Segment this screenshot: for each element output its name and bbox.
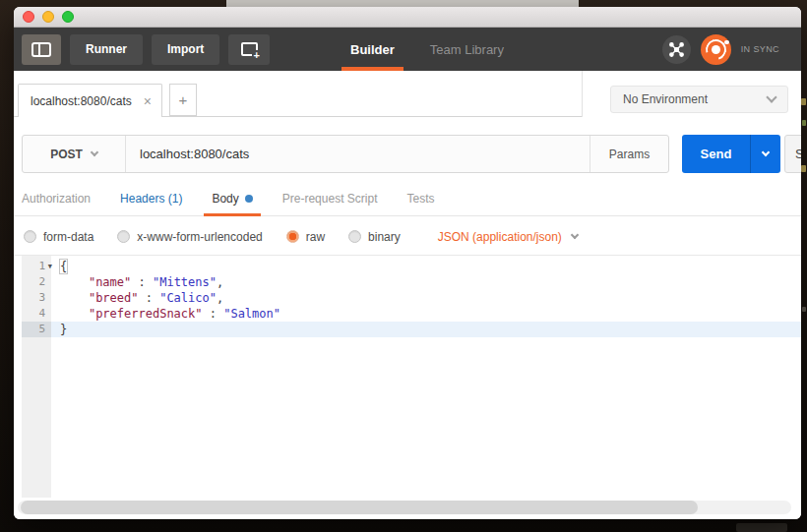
request-tab-strip: localhost:8080/cats × + No Environment <box>14 71 801 130</box>
sync-status-label: IN SYNC <box>741 44 779 54</box>
minimize-window-button[interactable] <box>42 11 54 23</box>
interceptor-button[interactable] <box>662 35 691 64</box>
code-token <box>60 291 89 305</box>
request-subtab-label: Authorization <box>22 192 91 206</box>
background-dock-hint <box>736 523 787 532</box>
request-tab[interactable]: localhost:8080/cats × <box>18 84 162 117</box>
method-label: POST <box>50 148 83 161</box>
code-token <box>60 275 89 289</box>
editor-line-4: 4 "preferredSnack" : "Salmon" <box>22 306 801 322</box>
request-subtabs: AuthorizationHeaders (1)BodyPre-request … <box>22 182 801 215</box>
postman-window: Runner Import BuilderTeam Library <box>14 7 801 519</box>
runner-button[interactable]: Runner <box>70 34 143 65</box>
line-number: 2 <box>22 274 51 290</box>
request-subtab-label: Pre-request Script <box>282 192 378 206</box>
request-bar: POST Params Send S <box>14 130 801 182</box>
sync-status-button[interactable] <box>701 34 731 65</box>
content-type-dropdown[interactable]: JSON (application/json) <box>438 230 578 244</box>
code-token: : <box>138 291 159 305</box>
request-subtab-pre-request-script[interactable]: Pre-request Script <box>282 182 378 215</box>
request-tab-title: localhost:8080/cats <box>19 94 132 108</box>
chevron-down-icon <box>91 148 98 156</box>
new-tab-button[interactable]: + <box>169 84 197 116</box>
code-text[interactable]: } <box>51 322 801 337</box>
sidebar-toggle-button[interactable] <box>22 34 61 65</box>
body-mode-label: binary <box>368 230 401 244</box>
header-nav-tabs: BuilderTeam Library <box>350 28 504 71</box>
code-token: { <box>60 260 67 273</box>
code-text[interactable]: "breed" : "Calico", <box>51 290 801 306</box>
body-mode-form-data[interactable]: form-data <box>24 230 93 244</box>
radio-form-data[interactable] <box>24 230 36 243</box>
raw-body-editor[interactable]: 1▼{2 "name" : "Mittens",3 "breed" : "Cal… <box>14 256 801 498</box>
body-mode-label: x-www-form-urlencoded <box>137 230 262 244</box>
line-number: 1▼ <box>22 259 51 274</box>
environment-divider <box>582 71 583 117</box>
request-subtab-body[interactable]: Body <box>212 182 252 215</box>
body-mode-row: form-datax-www-form-urlencodedrawbinaryJ… <box>14 218 801 256</box>
code-token: , <box>217 291 223 305</box>
code-token: } <box>60 323 67 336</box>
params-button[interactable]: Params <box>590 136 668 172</box>
line-number: 3 <box>22 290 51 306</box>
url-group: POST Params <box>22 135 669 173</box>
request-subtab-label: Body <box>212 192 238 206</box>
code-text[interactable]: "name" : "Mittens", <box>51 274 801 290</box>
horizontal-scrollbar-track[interactable] <box>18 501 791 514</box>
content-type-label: JSON (application/json) <box>438 230 562 244</box>
request-subtabs-row: AuthorizationHeaders (1)BodyPre-request … <box>14 182 801 218</box>
code-token: , <box>217 275 223 289</box>
background-window-edge <box>226 0 579 7</box>
code-token <box>60 307 89 321</box>
body-mode-raw[interactable]: raw <box>286 230 325 244</box>
close-tab-icon[interactable]: × <box>144 94 161 108</box>
import-button[interactable]: Import <box>152 34 219 65</box>
chevron-down-icon <box>762 148 770 156</box>
send-label: Send <box>682 135 751 173</box>
editor-lines: 1▼{2 "name" : "Mittens",3 "breed" : "Cal… <box>22 259 801 337</box>
chevron-down-icon <box>766 91 776 102</box>
send-button[interactable]: Send <box>682 135 780 173</box>
request-subtab-headers-1[interactable]: Headers (1) <box>120 182 182 215</box>
background-code-glyph <box>801 165 806 172</box>
close-window-button[interactable] <box>23 11 34 23</box>
save-button[interactable]: S <box>784 135 801 173</box>
chevron-down-icon <box>571 231 579 239</box>
nav-tab-team-library[interactable]: Team Library <box>430 28 504 71</box>
editor-line-5: 5} <box>22 322 801 337</box>
body-mode-label: raw <box>306 230 325 244</box>
horizontal-scrollbar-thumb[interactable] <box>21 501 698 514</box>
radio-x-www-form-urlencoded[interactable] <box>117 230 130 243</box>
header-right-cluster: IN SYNC <box>662 28 779 71</box>
body-mode-label: form-data <box>43 230 93 244</box>
code-text[interactable]: "preferredSnack" : "Salmon" <box>51 306 801 322</box>
send-options-caret[interactable] <box>751 135 780 173</box>
code-text[interactable]: { <box>51 259 801 274</box>
nav-tab-builder[interactable]: Builder <box>350 28 395 71</box>
code-token: "Mittens" <box>153 275 217 289</box>
radio-binary[interactable] <box>348 230 361 243</box>
environment-selector[interactable]: No Environment <box>610 86 788 113</box>
code-token: "breed" <box>89 291 139 305</box>
line-number: 4 <box>22 306 51 322</box>
request-subtab-authorization[interactable]: Authorization <box>22 182 91 215</box>
editor-line-3: 3 "breed" : "Calico", <box>22 290 801 306</box>
body-mode-binary[interactable]: binary <box>348 230 401 244</box>
request-subtab-tests[interactable]: Tests <box>406 182 434 215</box>
method-dropdown[interactable]: POST <box>23 136 126 172</box>
code-token: : <box>131 275 153 289</box>
code-token: "name" <box>89 275 131 289</box>
code-token: "preferredSnack" <box>89 307 203 321</box>
interceptor-icon <box>668 41 685 58</box>
title-bar <box>14 7 801 28</box>
editor-line-2: 2 "name" : "Mittens", <box>22 274 801 290</box>
radio-raw[interactable] <box>286 230 299 243</box>
zoom-window-button[interactable] <box>62 11 74 23</box>
url-input[interactable] <box>126 136 590 172</box>
fold-caret-icon[interactable]: ▼ <box>48 259 52 274</box>
body-mode-x-www-form-urlencoded[interactable]: x-www-form-urlencoded <box>117 230 262 244</box>
background-code-glyph <box>802 307 806 312</box>
sidebar-icon <box>31 42 51 57</box>
new-window-button[interactable] <box>228 34 270 65</box>
code-token: "Calico" <box>159 291 217 305</box>
